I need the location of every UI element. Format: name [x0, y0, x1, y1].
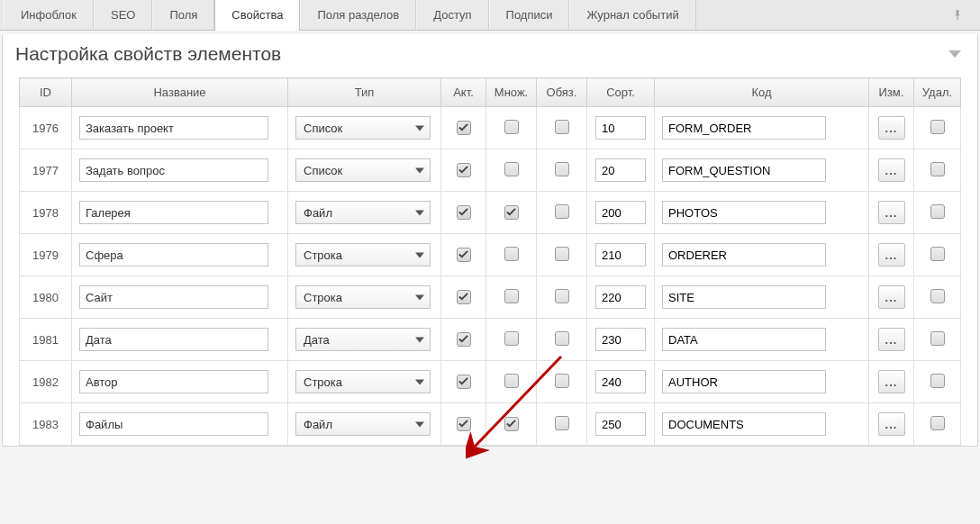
tab-1[interactable]: SEO	[94, 0, 152, 30]
delete-checkbox[interactable]	[930, 374, 945, 388]
name-input[interactable]	[79, 328, 268, 351]
tab-7[interactable]: Журнал событий	[569, 0, 695, 30]
delete-checkbox[interactable]	[930, 204, 945, 219]
multiple-checkbox[interactable]	[504, 162, 519, 176]
cell-id: 1983	[20, 403, 72, 446]
multiple-checkbox[interactable]	[504, 120, 519, 134]
col-edit: Изм.	[869, 78, 914, 107]
panel-title: Настройка свойств элементов	[15, 43, 948, 65]
tab-3[interactable]: Свойства	[214, 0, 300, 30]
tab-2[interactable]: Поля	[152, 0, 214, 30]
col-sort: Сорт.	[587, 78, 655, 107]
code-input[interactable]	[662, 158, 826, 182]
type-select[interactable]: Дата	[295, 328, 431, 351]
properties-panel: Настройка свойств элементов ID Название …	[2, 34, 978, 447]
sort-input[interactable]	[595, 201, 646, 224]
edit-button[interactable]: ...	[878, 285, 905, 309]
code-input[interactable]	[662, 116, 826, 140]
type-select[interactable]: Список	[295, 116, 431, 140]
sort-input[interactable]	[595, 158, 646, 182]
multiple-checkbox[interactable]	[504, 417, 519, 431]
multiple-checkbox[interactable]	[504, 374, 519, 388]
code-input[interactable]	[662, 370, 826, 393]
active-checkbox[interactable]	[457, 248, 471, 262]
edit-button[interactable]: ...	[878, 158, 905, 182]
panel-header: Настройка свойств элементов	[3, 34, 977, 77]
active-checkbox[interactable]	[457, 205, 471, 220]
required-checkbox[interactable]	[555, 374, 569, 388]
type-select[interactable]: Список	[295, 158, 431, 182]
sort-input[interactable]	[595, 328, 646, 351]
edit-button[interactable]: ...	[878, 370, 905, 393]
table-row: 1978Файл...	[20, 192, 961, 234]
multiple-checkbox[interactable]	[504, 289, 519, 303]
sort-input[interactable]	[595, 243, 646, 267]
tab-4[interactable]: Поля разделов	[300, 0, 416, 30]
panel-collapse-icon[interactable]	[948, 50, 961, 58]
code-input[interactable]	[662, 243, 826, 267]
name-input[interactable]	[79, 243, 268, 267]
required-checkbox[interactable]	[555, 289, 569, 303]
sort-input[interactable]	[595, 116, 646, 140]
active-checkbox[interactable]	[457, 332, 471, 347]
required-checkbox[interactable]	[555, 416, 569, 430]
edit-button[interactable]: ...	[878, 116, 905, 140]
code-input[interactable]	[662, 412, 826, 436]
cell-id: 1978	[20, 192, 72, 234]
tab-5[interactable]: Доступ	[416, 0, 488, 30]
cell-id: 1977	[20, 149, 72, 192]
multiple-checkbox[interactable]	[504, 205, 519, 220]
sort-input[interactable]	[595, 370, 646, 393]
name-input[interactable]	[79, 201, 268, 224]
name-input[interactable]	[79, 158, 268, 182]
col-code: Код	[655, 78, 869, 107]
active-checkbox[interactable]	[457, 375, 471, 389]
name-input[interactable]	[79, 412, 268, 436]
name-input[interactable]	[79, 370, 268, 393]
code-input[interactable]	[662, 328, 826, 351]
sort-input[interactable]	[595, 285, 646, 309]
active-checkbox[interactable]	[457, 290, 471, 304]
type-select[interactable]: Файл	[295, 412, 431, 436]
edit-button[interactable]: ...	[878, 243, 905, 267]
delete-checkbox[interactable]	[930, 162, 945, 176]
col-multiple: Множ.	[486, 78, 537, 107]
type-select[interactable]: Строка	[295, 285, 431, 309]
tab-bar: ИнфоблокSEOПоляСвойстваПоля разделовДост…	[0, 0, 980, 31]
name-input[interactable]	[79, 116, 268, 140]
edit-button[interactable]: ...	[878, 328, 905, 351]
table-row: 1981Дата...	[20, 319, 961, 361]
delete-checkbox[interactable]	[930, 120, 945, 134]
required-checkbox[interactable]	[555, 162, 569, 176]
code-input[interactable]	[662, 285, 826, 309]
table-row: 1977Список...	[20, 149, 961, 192]
type-select[interactable]: Файл	[295, 201, 431, 224]
tab-6[interactable]: Подписи	[489, 0, 570, 30]
active-checkbox[interactable]	[457, 163, 471, 177]
edit-button[interactable]: ...	[878, 412, 905, 436]
table-row: 1980Строка...	[20, 276, 961, 319]
edit-button[interactable]: ...	[878, 201, 905, 224]
delete-checkbox[interactable]	[930, 331, 945, 346]
active-checkbox[interactable]	[457, 417, 471, 431]
type-select[interactable]: Строка	[295, 243, 431, 267]
name-input[interactable]	[79, 285, 268, 309]
properties-table: ID Название Тип Акт. Множ. Обяз. Сорт. К…	[19, 77, 961, 446]
code-input[interactable]	[662, 201, 826, 224]
multiple-checkbox[interactable]	[504, 331, 519, 346]
tab-0[interactable]: Инфоблок	[4, 0, 94, 30]
cell-id: 1976	[20, 107, 72, 149]
active-checkbox[interactable]	[457, 121, 471, 135]
required-checkbox[interactable]	[555, 247, 569, 261]
cell-id: 1981	[20, 319, 72, 361]
required-checkbox[interactable]	[555, 120, 569, 134]
delete-checkbox[interactable]	[930, 289, 945, 303]
delete-checkbox[interactable]	[930, 247, 945, 261]
required-checkbox[interactable]	[555, 204, 569, 219]
delete-checkbox[interactable]	[930, 416, 945, 430]
type-select[interactable]: Строка	[295, 370, 431, 393]
multiple-checkbox[interactable]	[504, 247, 519, 261]
pin-icon[interactable]	[942, 0, 973, 30]
required-checkbox[interactable]	[555, 331, 569, 346]
sort-input[interactable]	[595, 412, 646, 436]
